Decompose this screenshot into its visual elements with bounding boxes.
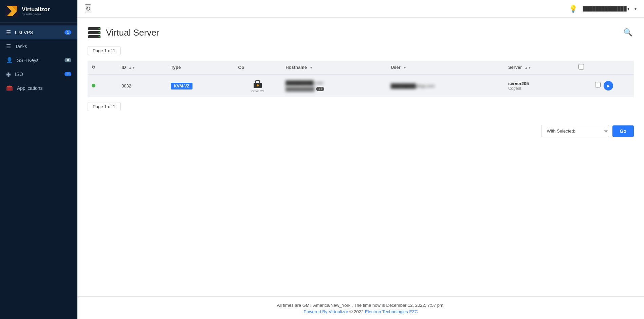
server-name: server205: [508, 81, 570, 86]
powered-by-link[interactable]: Powered By Virtualizor: [303, 309, 348, 314]
server-provider: Cogent: [508, 86, 570, 91]
user-dropdown-icon[interactable]: ▾: [634, 6, 637, 11]
user-sort-icon[interactable]: ▼: [403, 66, 406, 69]
main-content: ↻ 💡 ██████████████n ▾ Virtual Server: [77, 0, 644, 319]
tasks-icon: ☰: [6, 43, 11, 49]
th-type: Type: [167, 61, 234, 74]
td-id: 3032: [117, 74, 167, 97]
topbar: ↻ 💡 ██████████████n ▾: [77, 0, 644, 18]
td-hostname: █████████.com ██████████ +1: [281, 74, 387, 97]
sidebar-nav: ☰ List VPS 1 ☰ Tasks 👤 SSH Keys 0 ◉ ISO …: [0, 25, 77, 95]
server-sort-icon[interactable]: ▲▼: [525, 66, 531, 69]
status-online-dot: [92, 84, 95, 87]
pagination-bottom[interactable]: Page 1 of 1: [88, 102, 121, 111]
type-badge[interactable]: KVM-VZ: [171, 83, 192, 89]
company-link[interactable]: Electron Technologies FZC: [365, 309, 418, 314]
svg-point-6: [98, 28, 100, 29]
hostname-cell: █████████.com ██████████ +1: [286, 80, 383, 92]
search-button[interactable]: 🔍: [622, 27, 634, 38]
os-icon-wrap: Other OS: [238, 79, 277, 93]
sidebar-item-label: SSH Keys: [17, 58, 39, 63]
th-server: Server ▲▼: [504, 61, 574, 74]
sidebar-item-label: List VPS: [15, 30, 33, 35]
sidebar-item-label: ISO: [15, 72, 23, 77]
td-select: ►: [574, 74, 634, 97]
svg-point-8: [98, 36, 100, 38]
username-label[interactable]: ██████████████n: [583, 6, 629, 11]
topbar-right: 💡 ██████████████n ▾: [569, 5, 637, 13]
sidebar-item-label: Tasks: [15, 44, 27, 49]
footer: All times are GMT America/New_York . The…: [77, 296, 644, 319]
applications-icon: 🧰: [6, 85, 13, 91]
app-name: Virtualizor: [22, 6, 50, 13]
sidebar-item-list-vps[interactable]: ☰ List VPS 1: [0, 25, 77, 39]
footer-links: Powered By Virtualizor © 2022 Electron T…: [77, 309, 644, 314]
hostname-sort-icon[interactable]: ▼: [310, 66, 313, 69]
svg-point-11: [257, 84, 259, 86]
hostname-plus-badge[interactable]: +1: [316, 87, 324, 91]
list-vps-badge: 1: [65, 30, 71, 35]
iso-icon: ◉: [6, 71, 11, 77]
sidebar-item-applications[interactable]: 🧰 Applications: [0, 81, 77, 95]
td-type: KVM-VZ: [167, 74, 234, 97]
iso-badge: 1: [65, 72, 71, 76]
td-os: Other OS: [234, 74, 281, 97]
go-button[interactable]: Go: [612, 125, 634, 137]
svg-rect-10: [256, 81, 260, 83]
sidebar: Virtualizor by softaculous ☰ List VPS 1 …: [0, 0, 77, 319]
th-user: User ▼: [387, 61, 504, 74]
with-selected-dropdown[interactable]: With Selected: Start Stop Restart Delete: [541, 125, 609, 137]
th-select-all: [574, 61, 634, 74]
th-os: OS: [234, 61, 281, 74]
row-checkbox[interactable]: [595, 82, 601, 87]
svg-point-7: [98, 32, 100, 34]
sidebar-item-tasks[interactable]: ☰ Tasks: [0, 39, 77, 53]
th-refresh: ↻: [88, 61, 117, 74]
tips-icon[interactable]: 💡: [569, 5, 577, 13]
hostname-primary: █████████.com: [286, 80, 383, 85]
page-content: Virtual Server 🔍 Page 1 of 1 ↻ ID ▲▼ Typ…: [77, 18, 644, 296]
sidebar-item-ssh-keys[interactable]: 👤 SSH Keys 0: [0, 53, 77, 67]
th-id: ID ▲▼: [117, 61, 167, 74]
refresh-button[interactable]: ↻: [85, 4, 91, 13]
os-icon: [252, 79, 263, 89]
row-navigate-button[interactable]: ►: [604, 81, 613, 91]
hostname-secondary: ██████████: [286, 87, 314, 92]
ssh-keys-badge: 0: [65, 58, 71, 62]
user-email: ████████@qq.com: [391, 83, 435, 88]
td-server: server205 Cogent: [504, 74, 574, 97]
footer-timezone: All times are GMT America/New_York . The…: [77, 303, 644, 308]
table-header: ↻ ID ▲▼ Type OS Hostname ▼ User ▼ Server…: [88, 61, 634, 74]
pagination-bottom-wrap: Page 1 of 1: [88, 102, 634, 117]
page-title-group: Virtual Server: [88, 26, 159, 39]
list-vps-icon: ☰: [6, 29, 11, 36]
server-cell: server205 Cogent: [508, 81, 570, 91]
virtual-server-icon: [88, 26, 101, 39]
ssh-keys-icon: 👤: [6, 57, 13, 63]
footer-copyright: © 2022: [349, 309, 365, 314]
sidebar-item-label: Applications: [17, 85, 43, 91]
page-title: Virtual Server: [106, 27, 159, 38]
table-row: 3032 KVM-VZ Other OS: [88, 74, 634, 97]
td-status: [88, 74, 117, 97]
select-all-checkbox[interactable]: [578, 64, 584, 69]
th-hostname: Hostname ▼: [281, 61, 387, 74]
id-sort-icon[interactable]: ▲▼: [129, 66, 135, 69]
sidebar-item-iso[interactable]: ◉ ISO 1: [0, 67, 77, 81]
page-header: Virtual Server 🔍: [88, 26, 634, 39]
os-label: Other OS: [251, 89, 264, 93]
table-body: 3032 KVM-VZ Other OS: [88, 74, 634, 97]
vps-table: ↻ ID ▲▼ Type OS Hostname ▼ User ▼ Server…: [88, 61, 634, 97]
logo: Virtualizor by softaculous: [0, 0, 77, 23]
app-sub: by softaculous: [22, 13, 50, 16]
pagination-top[interactable]: Page 1 of 1: [88, 46, 121, 55]
td-user: ████████@qq.com: [387, 74, 504, 97]
bulk-action-bar: With Selected: Start Stop Restart Delete…: [88, 125, 634, 137]
logo-icon: [5, 5, 18, 18]
